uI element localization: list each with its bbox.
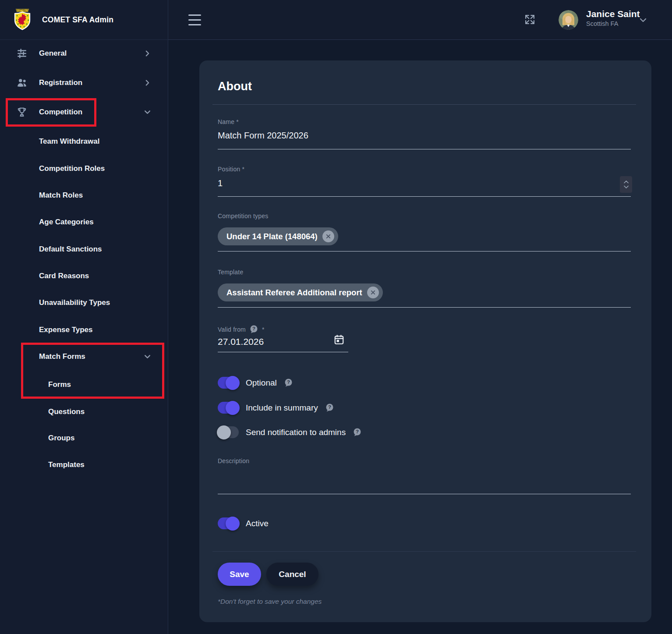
- toggle-label: Optional: [246, 378, 277, 388]
- cancel-button[interactable]: Cancel: [266, 563, 318, 586]
- sidebar-item-label: Groups: [48, 434, 74, 443]
- sidebar-item-match-forms[interactable]: Match Forms: [0, 346, 168, 367]
- include-in-summary-toggle[interactable]: [218, 402, 239, 414]
- competition-types-label: Competition types: [218, 213, 268, 220]
- toggle-label: Include in summary: [246, 403, 318, 413]
- valid-from-input[interactable]: 27.01.2026: [218, 336, 264, 347]
- competition-type-chip[interactable]: Under 14 Plate (148064): [218, 227, 338, 245]
- sidebar-item-label: Expense Types: [39, 326, 93, 334]
- send-notification-toggle[interactable]: [218, 426, 239, 438]
- sidebar-item-label: Competition Roles: [39, 164, 105, 173]
- app-window: SCOTTISH FA COMET SFA Admin General: [0, 0, 672, 634]
- card-title: About: [218, 80, 252, 93]
- sidebar-item-label: Default Sanctions: [39, 245, 102, 254]
- help-icon[interactable]: ?: [325, 403, 334, 412]
- calendar-icon[interactable]: [333, 334, 345, 345]
- app-title: COMET SFA Admin: [42, 15, 113, 25]
- position-underline: [218, 196, 631, 197]
- active-toggle[interactable]: [218, 517, 239, 529]
- footer-divider: [212, 551, 636, 552]
- save-button[interactable]: Save: [218, 563, 261, 586]
- valid-from-underline: [218, 352, 348, 352]
- svg-text:?: ?: [252, 326, 255, 331]
- hamburger-icon[interactable]: [188, 14, 201, 25]
- sidebar-item-groups[interactable]: Groups: [0, 428, 168, 449]
- position-input[interactable]: 1: [218, 178, 223, 188]
- sidebar-item-label: Questions: [48, 407, 85, 416]
- competition-types-underline: [218, 251, 631, 251]
- sidebar-item-label: Match Roles: [39, 191, 83, 200]
- sidebar-item-questions[interactable]: Questions: [0, 401, 168, 422]
- sidebar-item-competition-roles[interactable]: Competition Roles: [0, 158, 168, 179]
- sidebar-item-label: Templates: [48, 460, 85, 469]
- trophy-icon: [16, 106, 28, 118]
- name-label: Name *: [218, 118, 239, 125]
- chevron-right-icon: [144, 50, 151, 57]
- sliders-icon: [16, 47, 28, 60]
- sidebar-item-card-reasons[interactable]: Card Reasons: [0, 266, 168, 287]
- send-notification-toggle-row: Send notification to admins ?: [218, 426, 362, 438]
- sidebar-item-label: Competition: [39, 108, 82, 117]
- toggle-label: Active: [246, 519, 269, 528]
- optional-toggle-row: Optional ?: [218, 377, 293, 389]
- chip-label: Assistant Referee Additional report: [226, 288, 362, 298]
- sidebar-item-expense-types[interactable]: Expense Types: [0, 319, 168, 340]
- name-input[interactable]: Match Form 2025/2026: [218, 131, 308, 141]
- sidebar-item-label: Match Forms: [39, 352, 85, 361]
- user-org: Scottish FA: [586, 20, 618, 27]
- template-chip-row: Assistant Referee Additional report: [218, 283, 383, 301]
- help-icon[interactable]: ?: [249, 325, 258, 334]
- users-icon: [16, 77, 28, 89]
- x-circle-icon[interactable]: [367, 287, 379, 298]
- chevron-down-icon[interactable]: [639, 16, 647, 25]
- sidebar-item-label: Card Reasons: [39, 272, 89, 280]
- expand-icon[interactable]: [524, 14, 536, 25]
- valid-from-label: Valid from: [218, 326, 246, 333]
- description-label: Description: [218, 457, 249, 464]
- chevron-down-icon: [144, 109, 151, 116]
- svg-text:SCOTTISH FA: SCOTTISH FA: [16, 9, 29, 11]
- about-card: About Name * Match Form 2025/2026 Positi…: [199, 60, 651, 622]
- sidebar-item-label: Unavailability Types: [39, 298, 110, 307]
- title-divider: [212, 104, 636, 105]
- save-reminder-note: *Don't forget to save your changes: [218, 598, 322, 606]
- description-input[interactable]: [218, 467, 631, 492]
- template-chip[interactable]: Assistant Referee Additional report: [218, 283, 383, 301]
- svg-text:?: ?: [328, 404, 331, 410]
- sidebar-header: SCOTTISH FA COMET SFA Admin: [0, 0, 168, 40]
- template-label: Template: [218, 269, 243, 276]
- sidebar-item-general[interactable]: General: [0, 43, 168, 64]
- chevron-right-icon: [144, 79, 151, 87]
- template-underline: [218, 307, 631, 308]
- sidebar-item-registration[interactable]: Registration: [0, 72, 168, 93]
- sidebar-item-competition[interactable]: Competition: [0, 102, 168, 123]
- sidebar-item-team-withdrawal[interactable]: Team Withdrawal: [0, 131, 168, 152]
- topbar: Janice Saint Scottish FA: [168, 0, 672, 40]
- required-mark: *: [262, 326, 265, 333]
- svg-text:?: ?: [287, 379, 290, 385]
- sidebar-item-label: Age Categories: [39, 218, 94, 227]
- toggle-label: Send notification to admins: [246, 428, 346, 437]
- stepper-up-down-icon[interactable]: [620, 176, 632, 193]
- include-in-summary-toggle-row: Include in summary ?: [218, 402, 334, 414]
- sidebar-item-match-roles[interactable]: Match Roles: [0, 185, 168, 206]
- active-toggle-row: Active: [218, 517, 269, 529]
- x-circle-icon[interactable]: [322, 230, 334, 242]
- sidebar-item-label: Forms: [48, 380, 71, 389]
- sidebar-item-age-categories[interactable]: Age Categories: [0, 212, 168, 233]
- sidebar-item-forms[interactable]: Forms: [0, 374, 168, 395]
- svg-text:?: ?: [356, 429, 359, 434]
- name-underline: [218, 149, 631, 149]
- user-name[interactable]: Janice Saint: [586, 9, 640, 19]
- sidebar-item-templates[interactable]: Templates: [0, 454, 168, 475]
- sidebar-item-default-sanctions[interactable]: Default Sanctions: [0, 239, 168, 260]
- sidebar-item-label: Team Withdrawal: [39, 137, 99, 146]
- optional-toggle[interactable]: [218, 377, 239, 389]
- help-icon[interactable]: ?: [284, 378, 293, 387]
- help-icon[interactable]: ?: [353, 428, 362, 437]
- user-avatar[interactable]: [559, 10, 578, 30]
- sidebar-item-label: Registration: [39, 78, 82, 87]
- chip-label: Under 14 Plate (148064): [226, 232, 318, 241]
- sidebar: SCOTTISH FA COMET SFA Admin General: [0, 0, 168, 634]
- sidebar-item-unavailability-types[interactable]: Unavailability Types: [0, 292, 168, 313]
